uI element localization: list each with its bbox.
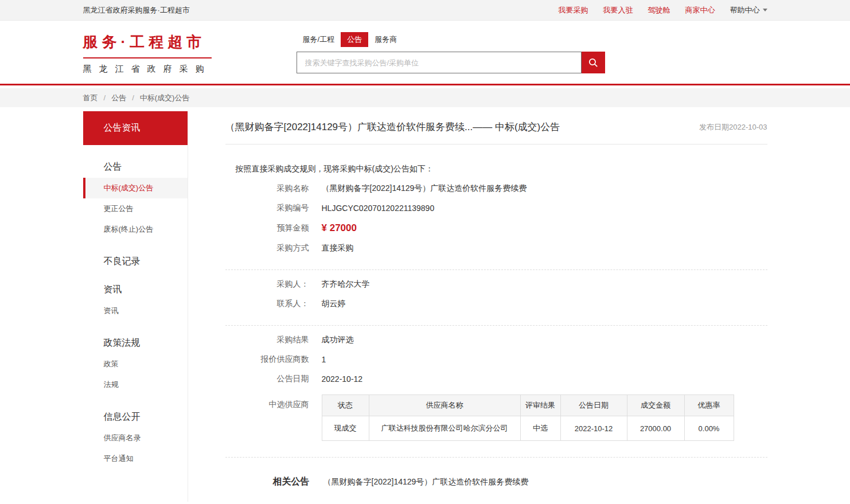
supplier-table: 状态 供应商名称 评审结果 公告日期 成交金额 优惠率 现成交 广联达科技股份有… bbox=[322, 394, 734, 441]
table-header-row: 状态 供应商名称 评审结果 公告日期 成交金额 优惠率 bbox=[322, 395, 734, 416]
breadcrumb-separator: / bbox=[104, 93, 106, 102]
sidebar-group-title[interactable]: 不良记录 bbox=[83, 256, 188, 268]
page-title: （黑财购备字[2022]14129号）广联达造价软件服务费续...—— 中标(成… bbox=[225, 120, 560, 134]
field-label: 采购名称 bbox=[225, 183, 309, 194]
chevron-down-icon bbox=[763, 9, 767, 11]
logo-subtitle: 黑龙江省政府采购 bbox=[83, 64, 212, 75]
budget-amount-value: ¥ 27000 bbox=[322, 222, 357, 234]
sidebar-item-platform-notice[interactable]: 平台通知 bbox=[83, 448, 188, 469]
top-link-merchant-center[interactable]: 商家中心 bbox=[685, 5, 715, 15]
site-logo[interactable]: 服务·工程超市 黑龙江省政府采购 bbox=[83, 32, 212, 75]
sidebar: 公告资讯 公告 中标(成交)公告 更正公告 废标(终止)公告 不良记录 资讯 资… bbox=[83, 111, 188, 502]
search-scope-tabs: 服务/工程 公告 服务商 bbox=[297, 32, 605, 47]
sidebar-group-title[interactable]: 资讯 bbox=[83, 284, 188, 296]
field-value: 胡云婷 bbox=[322, 299, 346, 309]
sidebar-group-title[interactable]: 信息公开 bbox=[83, 411, 188, 423]
field-procurement-name: 采购名称 （黑财购备字[2022]14129号）广联达造价软件服务费续费 bbox=[225, 183, 767, 194]
field-procurement-result: 采购结果 成功评选 bbox=[225, 335, 767, 345]
sidebar-group-announcement: 公告 中标(成交)公告 更正公告 废标(终止)公告 bbox=[83, 161, 188, 240]
site-name: 黑龙江省政府采购服务·工程超市 bbox=[83, 5, 190, 15]
column-header-review-result: 评审结果 bbox=[520, 395, 560, 416]
breadcrumb-announcement[interactable]: 公告 bbox=[111, 93, 126, 103]
sidebar-group-news: 资讯 资讯 bbox=[83, 284, 188, 321]
sidebar-item-award-announcement[interactable]: 中标(成交)公告 bbox=[83, 178, 188, 198]
field-label: 采购结果 bbox=[225, 335, 309, 345]
breadcrumb: 首页 / 公告 / 中标(成交)公告 bbox=[0, 88, 850, 107]
announcement-header: （黑财购备字[2022]14129号）广联达造价软件服务费续...—— 中标(成… bbox=[225, 111, 767, 144]
sidebar-item-supplier-directory[interactable]: 供应商名录 bbox=[83, 428, 188, 448]
top-link-join[interactable]: 我要入驻 bbox=[603, 5, 633, 15]
top-links: 我要采购 我要入驻 驾驶舱 商家中心 帮助中心 bbox=[559, 5, 767, 15]
field-procurement-method: 采购方式 直接采购 bbox=[225, 243, 767, 253]
breadcrumb-current: 中标(成交)公告 bbox=[140, 93, 190, 103]
search-button[interactable] bbox=[582, 52, 605, 73]
field-value: 2022-10-12 bbox=[322, 374, 363, 384]
tab-announcement[interactable]: 公告 bbox=[341, 32, 368, 47]
field-supplier-count: 报价供应商数 1 bbox=[225, 354, 767, 365]
field-label: 中选供应商 bbox=[225, 394, 309, 410]
sidebar-item-regulation[interactable]: 法规 bbox=[83, 374, 188, 395]
sidebar-group-title[interactable]: 公告 bbox=[83, 161, 188, 173]
field-label: 采购方式 bbox=[225, 243, 309, 253]
search-icon bbox=[588, 57, 599, 68]
column-header-status: 状态 bbox=[322, 395, 369, 416]
field-procurement-number: 采购编号 HLJGCYC02070120221139890 bbox=[225, 203, 767, 213]
related-announcement-link[interactable]: （黑财购备字[2022]14129号）广联达造价软件服务费续费 bbox=[323, 477, 529, 487]
top-utility-bar: 黑龙江省政府采购服务·工程超市 我要采购 我要入驻 驾驶舱 商家中心 帮助中心 bbox=[0, 0, 850, 21]
sidebar-title: 公告资讯 bbox=[83, 111, 188, 145]
field-label: 联系人： bbox=[225, 299, 309, 309]
header-accent-divider bbox=[0, 84, 850, 85]
section-divider bbox=[225, 457, 767, 458]
sidebar-item-correction-announcement[interactable]: 更正公告 bbox=[83, 198, 188, 219]
field-value: 成功评选 bbox=[322, 335, 354, 345]
field-purchaser: 采购人： 齐齐哈尔大学 bbox=[225, 279, 767, 290]
cell-discount-rate: 0.00% bbox=[684, 416, 734, 441]
tab-service-provider[interactable]: 服务商 bbox=[368, 32, 403, 47]
field-contact-person: 联系人： 胡云婷 bbox=[225, 299, 767, 309]
search-input[interactable] bbox=[297, 52, 582, 73]
page-content: 公告资讯 公告 中标(成交)公告 更正公告 废标(终止)公告 不良记录 资讯 资… bbox=[0, 111, 850, 502]
tab-service-project[interactable]: 服务/工程 bbox=[297, 32, 341, 47]
field-announcement-date: 公告日期 2022-10-12 bbox=[225, 374, 767, 384]
announcement-intro: 按照直接采购成交规则，现将采购中标(成交)公告如下： bbox=[236, 164, 767, 174]
breadcrumb-separator: / bbox=[132, 93, 134, 102]
column-header-discount-rate: 优惠率 bbox=[684, 395, 734, 416]
field-label: 采购人： bbox=[225, 279, 309, 290]
cell-deal-amount: 27000.00 bbox=[627, 416, 684, 441]
related-announcements: 相关公告 （黑财购备字[2022]14129号）广联达造价软件服务费续费 bbox=[225, 476, 767, 488]
publish-date: 发布日期2022-10-03 bbox=[699, 122, 767, 132]
selected-supplier-section: 中选供应商 状态 供应商名称 评审结果 公告日期 成交金额 优惠率 bbox=[225, 394, 767, 441]
cell-supplier-name: 广联达科技股份有限公司哈尔滨分公司 bbox=[369, 416, 520, 441]
section-divider bbox=[225, 269, 767, 270]
field-value: 直接采购 bbox=[322, 243, 354, 253]
breadcrumb-home[interactable]: 首页 bbox=[83, 93, 98, 103]
search-area: 服务/工程 公告 服务商 bbox=[297, 32, 605, 73]
top-link-purchase[interactable]: 我要采购 bbox=[559, 5, 588, 15]
top-link-cockpit[interactable]: 驾驶舱 bbox=[648, 5, 670, 15]
help-center-menu[interactable]: 帮助中心 bbox=[730, 5, 767, 15]
table-row: 现成交 广联达科技股份有限公司哈尔滨分公司 中选 2022-10-12 2700… bbox=[322, 416, 734, 441]
announcement-detail: （黑财购备字[2022]14129号）广联达造价软件服务费续...—— 中标(成… bbox=[188, 111, 767, 502]
cell-announcement-date: 2022-10-12 bbox=[560, 416, 627, 441]
sidebar-group-title[interactable]: 政策法规 bbox=[83, 337, 188, 349]
column-header-supplier-name: 供应商名称 bbox=[369, 395, 520, 416]
field-value: HLJGCYC02070120221139890 bbox=[322, 204, 435, 213]
sidebar-group-policy: 政策法规 政策 法规 bbox=[83, 337, 188, 395]
sidebar-item-policy[interactable]: 政策 bbox=[83, 354, 188, 374]
cell-review-result: 中选 bbox=[520, 416, 560, 441]
field-budget-amount: 预算金额 ¥ 27000 bbox=[225, 222, 767, 234]
field-value: 齐齐哈尔大学 bbox=[322, 279, 370, 290]
field-label: 预算金额 bbox=[225, 223, 309, 233]
related-heading: 相关公告 bbox=[273, 476, 310, 488]
section-divider bbox=[225, 325, 767, 326]
column-header-announcement-date: 公告日期 bbox=[560, 395, 627, 416]
column-header-deal-amount: 成交金额 bbox=[627, 395, 684, 416]
field-label: 采购编号 bbox=[225, 203, 309, 213]
sidebar-group-bad-records: 不良记录 bbox=[83, 256, 188, 268]
field-label: 报价供应商数 bbox=[225, 354, 309, 365]
sidebar-item-failed-bid-announcement[interactable]: 废标(终止)公告 bbox=[83, 219, 188, 240]
field-value: （黑财购备字[2022]14129号）广联达造价软件服务费续费 bbox=[322, 183, 527, 194]
cell-status: 现成交 bbox=[322, 416, 369, 441]
sidebar-item-news[interactable]: 资讯 bbox=[83, 300, 188, 321]
help-center-label: 帮助中心 bbox=[730, 5, 760, 15]
